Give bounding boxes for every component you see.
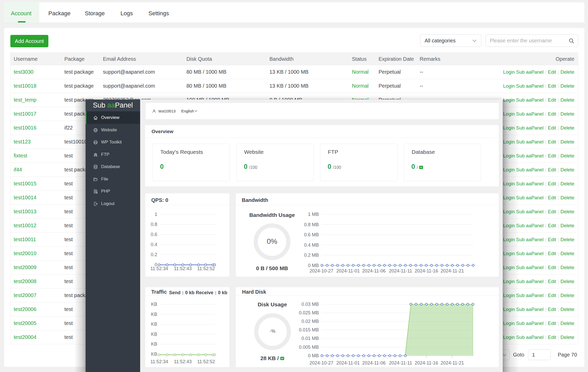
svg-text:0.02 MB: 0.02 MB (301, 319, 319, 324)
svg-text:2024-10-27: 2024-10-27 (310, 360, 333, 366)
svg-text:1 MB: 1 MB (308, 212, 319, 217)
svg-text:0.4 MB: 0.4 MB (304, 242, 319, 248)
svg-text:11:52:43: 11:52:43 (174, 359, 192, 364)
svg-text:0 MB: 0 MB (308, 263, 319, 268)
svg-text:0.4: 0.4 (151, 242, 157, 247)
svg-text:2024-11-06: 2024-11-06 (362, 268, 386, 274)
svg-text:0.2: 0.2 (151, 252, 157, 257)
svg-text:0.6 MB: 0.6 MB (304, 232, 319, 237)
svg-text:2024-11-11: 2024-11-11 (389, 268, 412, 274)
svg-text:11:52:52: 11:52:52 (197, 359, 215, 364)
svg-text:11:52:52: 11:52:52 (197, 266, 215, 271)
svg-text:0 MB: 0 MB (308, 353, 319, 358)
svg-text:0.025 MB: 0.025 MB (299, 310, 319, 315)
svg-text:11:52:34: 11:52:34 (150, 359, 168, 364)
svg-text:2024-11-21: 2024-11-21 (441, 360, 464, 366)
svg-text:11:52:34: 11:52:34 (150, 266, 168, 271)
svg-text:0.8 MB: 0.8 MB (304, 222, 319, 227)
svg-text:KB: KB (151, 332, 157, 337)
svg-text:2024-11-11: 2024-11-11 (389, 360, 412, 366)
svg-text:KB: KB (151, 352, 157, 357)
svg-text:0.015 MB: 0.015 MB (299, 327, 319, 332)
svg-text:2024-11-16: 2024-11-16 (415, 360, 438, 366)
svg-text:2024-11-01: 2024-11-01 (336, 268, 360, 274)
svg-text:0.03 MB: 0.03 MB (301, 302, 319, 307)
svg-text:0.01 MB: 0.01 MB (301, 336, 319, 341)
svg-text:KB: KB (151, 302, 157, 307)
svg-text:0.2 MB: 0.2 MB (304, 253, 319, 258)
svg-text:2024-11-16: 2024-11-16 (415, 268, 438, 274)
svg-text:KB: KB (151, 341, 157, 347)
svg-text:2024-10-27: 2024-10-27 (310, 268, 333, 274)
svg-text:KB: KB (151, 312, 157, 317)
svg-text:0.6: 0.6 (151, 232, 157, 237)
svg-text:2024-11-21: 2024-11-21 (441, 268, 464, 274)
svg-text:0.8: 0.8 (151, 222, 157, 227)
svg-text:KB: KB (151, 322, 157, 327)
svg-text:0.005 MB: 0.005 MB (299, 345, 319, 350)
svg-text:11:52:43: 11:52:43 (174, 266, 192, 271)
svg-text:2024-11-01: 2024-11-01 (336, 360, 360, 366)
svg-text:1: 1 (155, 212, 157, 217)
svg-text:2024-11-06: 2024-11-06 (362, 360, 386, 366)
